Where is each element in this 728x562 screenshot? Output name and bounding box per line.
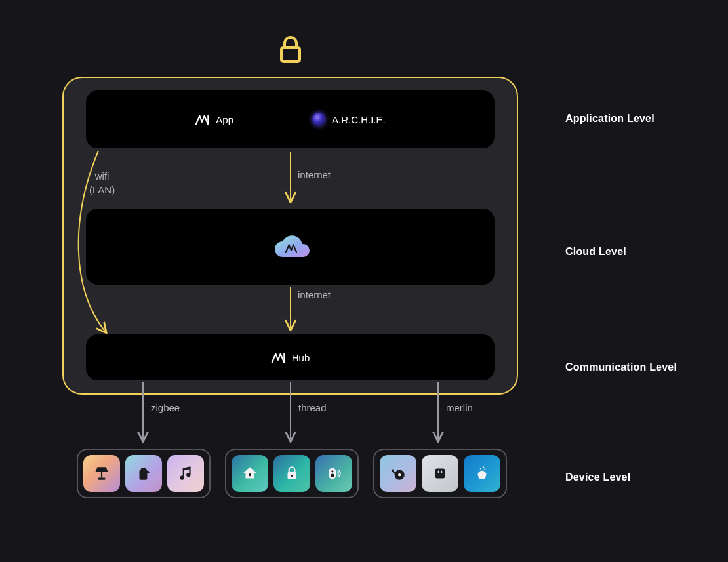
level-label-communication: Communication Level xyxy=(565,361,677,373)
box-communication: Hub xyxy=(86,334,495,380)
app-label: App xyxy=(216,114,233,125)
archie-label: A.R.C.H.I.E. xyxy=(332,114,386,125)
device-sensor xyxy=(315,455,352,492)
svg-rect-0 xyxy=(281,47,300,62)
svg-rect-14 xyxy=(438,471,439,473)
svg-rect-4 xyxy=(98,478,106,480)
archie-item: A.R.C.H.I.E. xyxy=(312,113,386,126)
svg-point-7 xyxy=(291,475,293,477)
svg-rect-3 xyxy=(101,472,102,478)
svg-point-10 xyxy=(331,474,334,477)
device-kettle xyxy=(125,455,162,492)
lock-icon xyxy=(281,37,300,62)
svg-point-18 xyxy=(483,466,484,468)
device-diffuser xyxy=(464,455,500,492)
archie-orb-icon xyxy=(312,113,325,126)
svg-point-5 xyxy=(249,473,251,476)
conn-label-app-cloud: internet xyxy=(298,169,331,180)
conn-label-cloud-hub: internet xyxy=(298,289,331,300)
conn-label-thread: thread xyxy=(298,402,327,413)
level-label-cloud: Cloud Level xyxy=(565,246,626,258)
conn-label-lan: wifi (LAN) xyxy=(89,169,115,197)
device-group-merlin xyxy=(373,449,507,498)
device-thermostat xyxy=(232,455,268,492)
device-vacuum xyxy=(380,455,416,492)
conn-label-zigbee: zigbee xyxy=(151,402,180,413)
svg-point-17 xyxy=(480,468,481,469)
m-logo-icon xyxy=(271,351,285,363)
device-group-zigbee xyxy=(77,449,211,498)
svg-rect-8 xyxy=(329,468,336,479)
svg-rect-15 xyxy=(441,471,442,473)
hub-item: Hub xyxy=(271,351,310,363)
device-socket xyxy=(422,455,458,492)
box-cloud xyxy=(86,209,495,285)
device-music xyxy=(167,455,204,492)
conn-label-lan-line1: wifi xyxy=(89,169,115,183)
hub-label: Hub xyxy=(292,352,310,363)
box-application: App A.R.C.H.I.E. xyxy=(86,90,495,148)
svg-point-19 xyxy=(484,468,485,470)
svg-point-12 xyxy=(398,473,401,476)
m-logo-icon xyxy=(195,113,209,125)
level-label-device: Device Level xyxy=(565,472,630,483)
level-label-application: Application Level xyxy=(565,113,655,125)
conn-label-merlin: merlin xyxy=(446,402,473,413)
device-lamp xyxy=(83,455,120,492)
conn-label-lan-line2: (LAN) xyxy=(89,183,115,197)
svg-point-9 xyxy=(331,470,333,472)
app-item: App xyxy=(195,113,233,125)
svg-rect-16 xyxy=(442,470,444,472)
device-lock xyxy=(273,455,310,492)
device-group-thread xyxy=(225,449,359,498)
m-cloud-icon xyxy=(270,232,312,261)
